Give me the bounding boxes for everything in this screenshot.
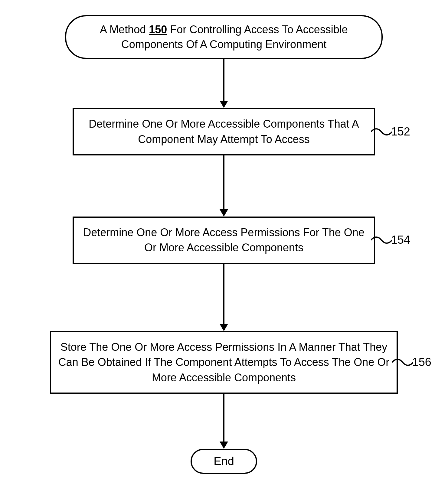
step-3-text: Store The One Or More Access Permissions… — [58, 341, 390, 384]
start-prefix: A Method — [100, 23, 149, 36]
ref-connector-1 — [371, 126, 392, 138]
process-step-2: Determine One Or More Access Permissions… — [73, 217, 375, 264]
start-ref-number: 150 — [149, 23, 167, 36]
terminator-start: A Method 150 For Controlling Access To A… — [65, 15, 383, 59]
arrow-2 — [30, 264, 417, 331]
ref-connector-3 — [392, 356, 413, 368]
arrow-0 — [30, 59, 417, 108]
step-2-text: Determine One Or More Access Permissions… — [83, 226, 365, 254]
arrow-3 — [30, 394, 417, 449]
step-1-text: Determine One Or More Accessible Compone… — [89, 118, 359, 145]
process-step-3: Store The One Or More Access Permissions… — [50, 331, 398, 394]
ref-label-2: 154 — [391, 232, 410, 248]
flowchart-container: A Method 150 For Controlling Access To A… — [30, 15, 417, 474]
end-text: End — [214, 455, 234, 468]
process-step-1: Determine One Or More Accessible Compone… — [73, 108, 375, 155]
arrow-1 — [30, 155, 417, 217]
ref-connector-2 — [371, 234, 392, 246]
terminator-end: End — [191, 449, 257, 474]
ref-label-1: 152 — [391, 124, 410, 140]
ref-label-3: 156 — [412, 354, 431, 370]
